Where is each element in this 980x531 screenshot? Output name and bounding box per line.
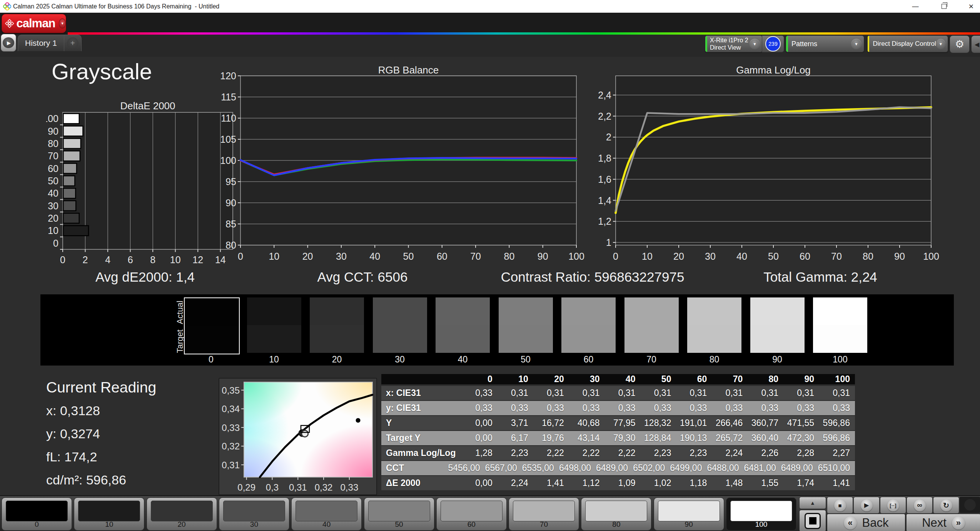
table-cell: 6488,00 [707,463,744,473]
patch-button-90[interactable]: 90 [654,498,724,531]
grayscale-swatch-100 [813,297,867,353]
svg-text:90: 90 [538,251,548,262]
table-cell: 0,00 [462,433,498,443]
target-swatch-half [499,325,553,353]
close-button[interactable]: × [962,0,980,13]
play-button[interactable]: ▶ [853,497,880,514]
patch-button-80[interactable]: 80 [581,498,651,531]
play-icon: ▶ [864,502,869,509]
table-column-header: 50 [641,374,676,384]
patch-button-100[interactable]: 100 [726,498,796,531]
next-button[interactable]: Next » [906,514,980,531]
target-swatch-half [624,325,679,353]
grayscale-swatch-50 [499,297,553,353]
tab-history-1[interactable]: History 1 + [18,35,82,51]
calman-menu-button[interactable]: calman ▼ [2,14,66,33]
patch-button-50[interactable]: 50 [364,498,434,531]
table-cell: 0,31 [712,388,748,398]
patch-window-up-button[interactable]: ▲ [799,497,826,509]
table-row-label: x: CIE31 [381,388,462,398]
pattern-window-button[interactable] [799,510,826,531]
table-cell: 266,46 [712,418,748,428]
table-cell: 0,00 [462,478,498,488]
table-row-label: Gamma Log/Log [381,448,462,458]
svg-text:70: 70 [48,150,58,161]
continuous-measure-button[interactable]: ∞ [907,497,933,514]
patch-label: 80 [581,520,651,529]
meter-dropdown[interactable]: X-Rite i1Pro 2 Direct View ▼ [705,35,763,52]
table-cell: 1,09 [605,478,641,488]
add-tab-button[interactable]: + [64,35,81,51]
table-cell: 0,33 [748,403,783,413]
svg-text:120: 120 [220,70,236,81]
svg-text:20: 20 [302,251,313,262]
table-row-label: CCT [381,463,448,473]
svg-text:1,8: 1,8 [598,153,611,164]
patch-swatch [513,501,575,521]
settings-button[interactable]: ⚙ [950,35,970,53]
table-cell: 6481,00 [744,463,781,473]
patch-label: 0 [2,520,72,529]
refresh-button[interactable]: ↻ [933,497,959,514]
target-row-label: Target [175,314,184,368]
svg-text:0,32: 0,32 [315,482,333,493]
table-cell: 1,41 [533,478,569,488]
svg-text:80: 80 [225,240,236,250]
table-cell: 2,23 [676,448,712,458]
patch-label: 10 [74,520,144,529]
deltae-bar-100 [63,114,79,124]
svg-text:2,2: 2,2 [598,111,611,122]
table-cell: 0,33 [783,403,819,413]
table-row: Y0,003,7116,7240,6877,95128,32191,01266,… [381,416,855,430]
table-cell: 2,26 [748,448,783,458]
grayscale-swatch-80 [687,297,741,353]
patch-button-30[interactable]: 30 [219,498,289,531]
table-cell: 1,41 [819,478,855,488]
table-cell: 0,31 [533,388,569,398]
restore-button[interactable] [935,0,953,13]
deltae-bar-10 [63,225,89,235]
stop-button[interactable]: ■ [827,497,853,514]
table-column-header: 80 [748,374,783,384]
refresh-icon: ↻ [943,501,949,510]
history-nav-button[interactable]: ▶ [1,34,16,52]
svg-text:1,4: 1,4 [598,195,611,206]
patch-button-40[interactable]: 40 [291,498,362,531]
swatch-level-label: 20 [310,354,364,365]
table-cell: 6535,00 [522,463,559,473]
table-cell: 128,84 [641,433,676,443]
stat-total-gamma: Total Gamma: 2,24 [763,269,877,285]
table-row-label: Target Y [381,433,462,443]
table-row-label: ΔE 2000 [381,478,462,488]
table-cell: 1,02 [641,478,676,488]
svg-text:110: 110 [221,113,236,124]
patch-button-60[interactable]: 60 [436,498,507,531]
back-button[interactable]: « Back [827,514,905,531]
measure-range-button[interactable]: [··] [880,497,906,514]
stat-avg-de2000: Avg dE2000: 1,4 [95,269,195,285]
patterns-dropdown[interactable]: Patterns ▼ [786,35,864,52]
table-cell: 40,68 [569,418,605,428]
patch-button-70[interactable]: 70 [509,498,579,531]
svg-text:0,32: 0,32 [222,441,240,451]
patch-swatch [223,501,285,521]
table-cell: 0,31 [748,388,783,398]
swatch-level-label: 30 [373,354,427,365]
swatch-level-label: 80 [687,354,741,365]
table-cell: 1,12 [569,478,605,488]
collapse-panel-button[interactable]: ◀ [971,35,980,53]
arrow-up-icon: ▲ [810,500,815,506]
minimize-button[interactable]: — [907,0,924,13]
svg-text:20: 20 [673,251,684,262]
table-row: x: CIE310,330,310,310,310,310,310,310,31… [381,386,855,400]
svg-text:0: 0 [613,251,618,262]
patch-button-20[interactable]: 20 [147,498,217,531]
calman-menu-chevron[interactable]: ▼ [59,18,66,28]
patch-button-10[interactable]: 10 [74,498,144,531]
table-cell: 191,01 [676,418,712,428]
measure-range-icon: [··] [890,503,896,508]
deltae-bar-20 [63,213,79,223]
table-cell: 5456,00 [448,463,485,473]
patch-button-0[interactable]: 0 [2,498,72,531]
display-control-dropdown[interactable]: Direct Display Control ▼ [867,35,948,52]
